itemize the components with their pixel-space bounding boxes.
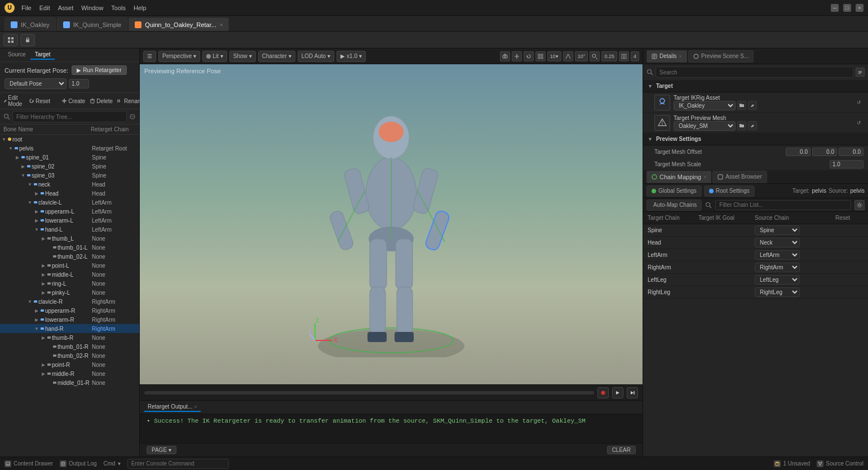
hierarchy-filter-input[interactable] (12, 111, 127, 122)
preview-settings-header[interactable]: ▼ Preview Settings (643, 133, 868, 145)
thumbl-toggle[interactable]: ▶ (41, 236, 46, 241)
asset-browser-tab[interactable]: Asset Browser (712, 171, 767, 183)
speed-button[interactable]: ▶ x1.0 ▾ (336, 51, 366, 62)
ikrig-asset-select[interactable]: IK_Oakley (674, 101, 736, 110)
minimize-button[interactable]: ─ (831, 4, 839, 12)
reset-btn[interactable]: Reset (29, 98, 50, 104)
automap-btn[interactable]: Auto-Map Chains (646, 199, 702, 211)
tab-retarget-close[interactable]: × (220, 22, 223, 28)
record-button[interactable] (597, 387, 609, 398)
details-tab[interactable]: Details × (646, 50, 687, 63)
menu-asset[interactable]: Asset (58, 5, 74, 11)
offset-z-input[interactable] (839, 148, 863, 156)
play-button[interactable] (612, 387, 623, 398)
preview-scene-tab[interactable]: Preview Scene S... (688, 50, 754, 63)
zoom-icon[interactable] (590, 51, 600, 61)
toolbar-icon2[interactable] (20, 34, 35, 46)
mesh-select[interactable]: Oakley_SM (674, 121, 736, 131)
upperarml-toggle[interactable]: ▶ (34, 209, 39, 214)
tab-retarget[interactable]: Quinn_to_Oakley_Retar... × (129, 17, 229, 31)
spine01-toggle[interactable]: ▶ (15, 154, 20, 160)
filter-settings-icon[interactable] (129, 113, 136, 120)
handr-toggle[interactable]: ▼ (34, 326, 39, 331)
ringl-toggle[interactable]: ▶ (41, 281, 46, 286)
pinkyl-toggle[interactable]: ▶ (41, 290, 46, 295)
handl-toggle[interactable]: ▼ (34, 227, 39, 232)
default-pose-select[interactable]: Default Pose (5, 78, 67, 89)
pose-value-input[interactable] (69, 79, 89, 88)
bone-upperarm-r[interactable]: ▶ upperarm-R RightArm (0, 306, 139, 315)
perspective-button[interactable]: Perspective ▾ (158, 51, 200, 62)
offset-x-input[interactable] (786, 148, 811, 156)
lowerarmr-toggle[interactable]: ▶ (34, 317, 39, 322)
chain-leftleg-select[interactable]: LeftLeg (755, 275, 800, 285)
bone-ring-l[interactable]: ▶ ring-L None (0, 279, 139, 288)
clear-button[interactable]: CLEAR (607, 446, 636, 454)
spine02-toggle[interactable]: ▶ (20, 163, 26, 169)
cmd-item[interactable]: Cmd ▾ (104, 459, 121, 469)
close-button[interactable]: × (856, 4, 863, 12)
chain-mapping-close[interactable]: × (703, 174, 706, 180)
pointl-toggle[interactable]: ▶ (41, 263, 46, 268)
menu-file[interactable]: File (21, 5, 32, 11)
console-input[interactable] (127, 459, 229, 469)
spine03-toggle[interactable]: ▼ (20, 172, 26, 178)
thumb02r-toggle[interactable] (46, 353, 52, 358)
bone-middle-r[interactable]: ▶ middle-R None (0, 369, 139, 378)
global-settings-btn[interactable]: Global Settings (646, 185, 702, 197)
claviclel-toggle[interactable]: ▼ (27, 199, 33, 205)
bone-clavicle-l[interactable]: ▼ clavicle-L LeftArm (0, 198, 139, 207)
thumbr-toggle[interactable]: ▶ (41, 335, 46, 340)
scale-input[interactable] (830, 160, 863, 169)
bone-thumb01-l[interactable]: thumb_01-L None (0, 243, 139, 252)
root-settings-btn[interactable]: Root Settings (704, 185, 755, 197)
menu-edit[interactable]: Edit (39, 5, 50, 11)
bone-pinky-l[interactable]: ▶ pinky-L None (0, 288, 139, 297)
chain-spine-select[interactable]: Spine (755, 225, 800, 235)
delete-btn[interactable]: Delete (90, 98, 113, 104)
angle-icon[interactable] (563, 51, 573, 61)
next-button[interactable] (627, 387, 638, 398)
bone-clavicle-r[interactable]: ▼ clavicle-R RightArm (0, 297, 139, 306)
bone-thumb-l[interactable]: ▶ thumb_L None (0, 234, 139, 243)
bone-lowerarm-l[interactable]: ▶ lowerarm-L LeftArm (0, 216, 139, 225)
chain-row-spine[interactable]: Spine Spine (643, 224, 868, 237)
middle01r-toggle[interactable] (46, 380, 52, 385)
edit-mode-btn[interactable]: Edit Mode (3, 95, 24, 107)
bone-hand-r[interactable]: ▼ hand-R RightArm (0, 324, 139, 333)
ikrig-browse-btn[interactable] (737, 101, 746, 110)
clavicler-toggle[interactable]: ▼ (27, 299, 33, 304)
output-log-item[interactable]: Output Log (60, 459, 96, 469)
toolbar-icon1[interactable] (3, 34, 18, 46)
chain-row-leftleg[interactable]: LeftLeg LeftLeg (643, 274, 868, 286)
neck-toggle[interactable]: ▼ (27, 181, 33, 187)
ikrig-edit-btn[interactable] (748, 101, 757, 110)
details-tab-close[interactable]: × (679, 54, 682, 59)
zoom-value-button[interactable]: 0.25 (601, 51, 617, 61)
chain-rightleg-select[interactable]: RightLeg (755, 287, 800, 297)
page-button[interactable]: PAGE ▾ (147, 446, 176, 454)
chain-leftarm-select[interactable]: LeftArm (755, 250, 800, 260)
source-tab[interactable]: Source (3, 50, 30, 60)
lowerarml-toggle[interactable]: ▶ (34, 218, 39, 223)
mesh-reset-btn[interactable]: ↺ (854, 118, 863, 127)
rotate-icon[interactable] (524, 51, 534, 61)
bone-spine03[interactable]: ▼ spine_03 Spine (0, 171, 139, 180)
bone-head[interactable]: ▶ Head Head (0, 189, 139, 198)
thumb02l-toggle[interactable] (46, 254, 52, 259)
content-drawer-item[interactable]: Content Drawer (5, 459, 53, 469)
bone-neck[interactable]: ▼ neck Head (0, 180, 139, 189)
unsaved-item[interactable]: 1 Unsaved (774, 460, 810, 467)
thumb01r-toggle[interactable] (46, 344, 52, 349)
output-tab-close[interactable]: × (194, 404, 197, 410)
viewport-menu-button[interactable]: ☰ (143, 51, 156, 62)
thumb01l-toggle[interactable] (46, 245, 52, 250)
timeline-track[interactable] (144, 391, 594, 394)
offset-y-input[interactable] (812, 148, 837, 156)
pointr-toggle[interactable]: ▶ (41, 362, 46, 367)
chain-row-head[interactable]: Head Neck (643, 237, 868, 249)
chain-head-select[interactable]: Neck (755, 238, 800, 247)
chain-settings-icon[interactable] (854, 200, 865, 210)
bone-thumb02-l[interactable]: thumb_02-L None (0, 252, 139, 261)
lit-button[interactable]: Lit ▾ (202, 51, 227, 62)
